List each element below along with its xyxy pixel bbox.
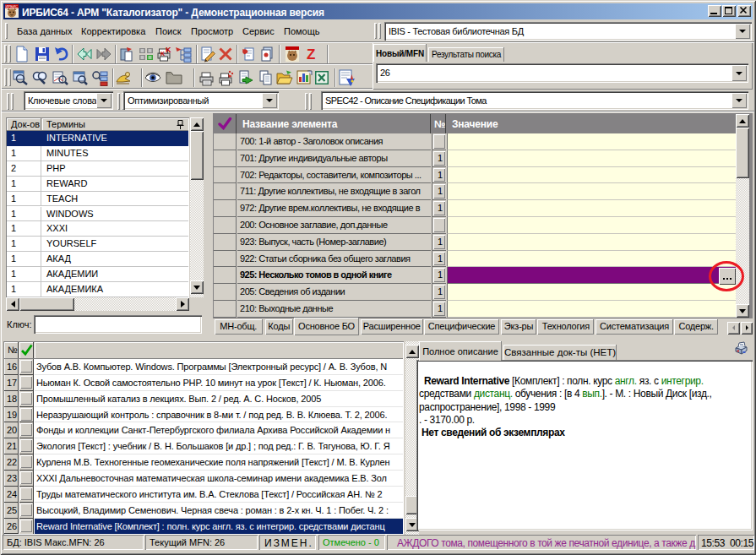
svg-text:Z: Z <box>307 46 315 63</box>
svg-text:ИРБИС: ИРБИС <box>6 4 19 8</box>
svg-text:K: K <box>160 51 165 57</box>
svg-text:K: K <box>166 46 171 54</box>
